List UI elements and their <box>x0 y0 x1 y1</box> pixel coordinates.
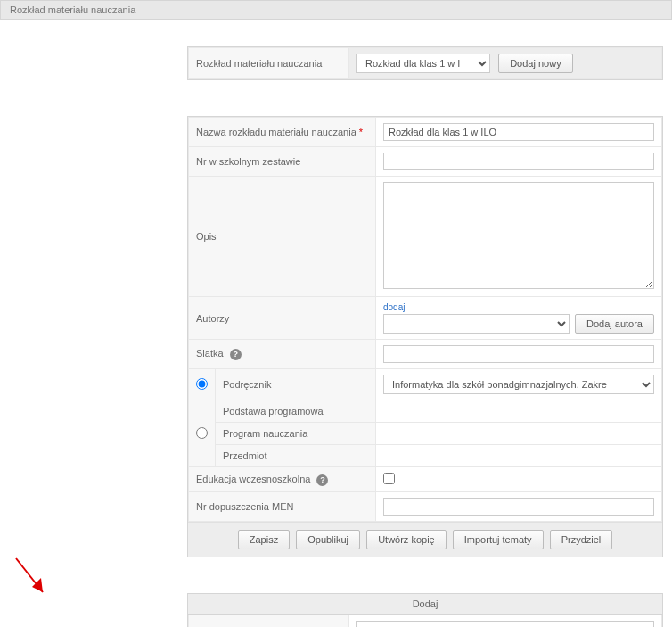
add-author-button[interactable]: Dodaj autora <box>575 314 654 334</box>
add-new-button[interactable]: Dodaj nowy <box>498 54 572 73</box>
main-form-panel: Nazwa rozkładu materiału nauczania * Nr … <box>187 116 663 557</box>
page-header: Rozkład materiału nauczania <box>0 0 672 20</box>
assign-button[interactable]: Przydziel <box>550 530 613 549</box>
author-select[interactable] <box>383 314 570 334</box>
textbook-radio[interactable] <box>196 378 208 390</box>
distribution-selector-panel: Rozkład materiału nauczania Rozkład dla … <box>187 46 663 80</box>
early-education-label: Edukacja wczesnoszkolna ? <box>189 467 376 492</box>
textbook-select[interactable]: Informatyka dla szkół ponadgimnazjalnych… <box>383 375 654 394</box>
men-number-label: Nr dopuszczenia MEN <box>189 492 376 522</box>
save-button[interactable]: Zapisz <box>238 530 290 549</box>
authors-add-link[interactable]: dodaj <box>383 302 654 312</box>
import-topics-button[interactable]: Importuj tematy <box>453 530 544 549</box>
help-icon[interactable]: ? <box>230 349 242 360</box>
action-bar: Zapisz Opublikuj Utwórz kopię Importuj t… <box>188 522 662 557</box>
stage-select[interactable] <box>356 621 654 627</box>
teaching-program-label: Program nauczania <box>216 423 376 445</box>
help-icon[interactable]: ? <box>316 474 328 486</box>
publish-button[interactable]: Opublikuj <box>296 530 360 549</box>
set-number-label: Nr w szkolnym zestawie <box>189 147 376 177</box>
program-group-radio[interactable] <box>196 427 208 439</box>
core-curriculum-label: Podstawa programowa <box>216 400 376 423</box>
grid-input[interactable] <box>383 345 654 363</box>
name-input[interactable] <box>383 123 654 141</box>
create-copy-button[interactable]: Utwórz kopię <box>366 530 447 549</box>
distribution-select[interactable]: Rozkład dla klas 1 w I <box>356 54 490 73</box>
textbook-label: Podręcznik <box>216 369 376 400</box>
men-number-input[interactable] <box>383 498 654 516</box>
add-panel-title: Dodaj <box>188 594 662 615</box>
set-number-input[interactable] <box>383 153 654 170</box>
description-label: Opis <box>189 177 376 297</box>
subject-label: Przedmiot <box>216 445 376 467</box>
authors-label: Autorzy <box>189 297 376 340</box>
stage-label: Etap <box>189 615 349 628</box>
add-panel: Dodaj Etap Poziom ? Dodaj <box>187 593 663 627</box>
distribution-label: Rozkład materiału nauczania <box>189 48 349 79</box>
description-textarea[interactable] <box>383 182 654 289</box>
grid-label: Siatka ? <box>189 340 376 369</box>
name-label: Nazwa rozkładu materiału nauczania * <box>189 118 376 147</box>
early-education-checkbox[interactable] <box>383 473 395 484</box>
